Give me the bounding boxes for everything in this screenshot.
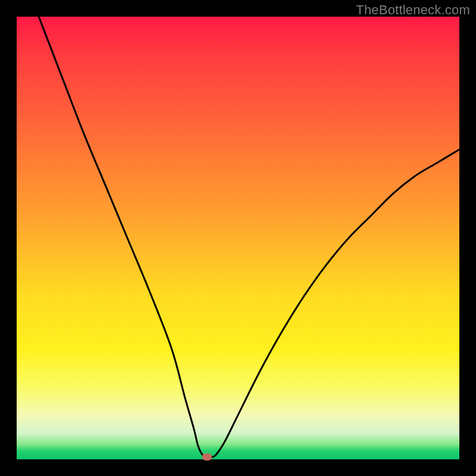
bottleneck-curve [17, 17, 459, 459]
plot-area [17, 17, 459, 459]
watermark-text: TheBottleneck.com [356, 2, 470, 18]
optimal-point-marker [202, 453, 212, 461]
chart-frame: TheBottleneck.com [0, 0, 476, 476]
